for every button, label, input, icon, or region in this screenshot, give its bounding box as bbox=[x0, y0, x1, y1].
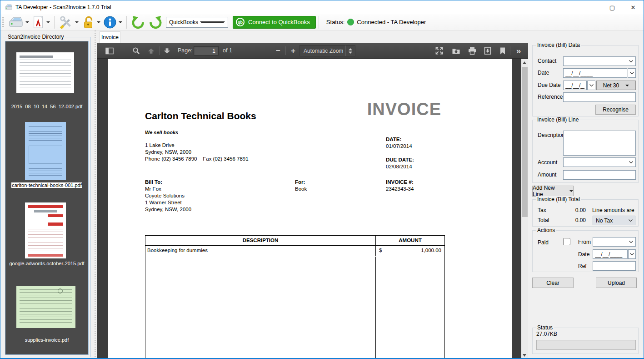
file-name[interactable]: supplies-invoice.pdf bbox=[5, 337, 88, 343]
open-folder-icon bbox=[452, 47, 460, 55]
sidebar-toggle-icon bbox=[105, 47, 114, 55]
connection-status-icon bbox=[347, 19, 354, 25]
previous-page-button[interactable] bbox=[145, 45, 157, 56]
undo-button[interactable] bbox=[130, 15, 146, 30]
redo-icon bbox=[148, 15, 163, 29]
scan-dropdown-arrow[interactable] bbox=[25, 21, 29, 23]
description-label: Description bbox=[538, 132, 565, 138]
clear-button[interactable]: Clear bbox=[532, 278, 574, 288]
status-label: Status: bbox=[326, 19, 344, 25]
open-file-button[interactable] bbox=[450, 45, 462, 56]
minimize-button[interactable]: – bbox=[581, 0, 602, 14]
group-title: Invoice (Bill) Data bbox=[536, 42, 581, 48]
tab-invoice[interactable]: Invoice bbox=[100, 31, 120, 43]
quickbooks-select[interactable]: QuickBooks bbox=[166, 17, 228, 28]
file-name-selected[interactable]: carlton-technical-books-001.pdf bbox=[5, 182, 88, 188]
find-button[interactable] bbox=[130, 45, 142, 56]
ref-label: Ref bbox=[578, 263, 587, 269]
sidebar-toggle-button[interactable] bbox=[104, 45, 115, 56]
info-button[interactable] bbox=[102, 15, 123, 30]
vertical-scrollbar[interactable] bbox=[521, 59, 528, 359]
account-select[interactable] bbox=[563, 157, 636, 167]
payment-date-input[interactable] bbox=[593, 249, 628, 259]
dropdown-arrow-icon bbox=[625, 85, 629, 86]
pdf-button[interactable] bbox=[31, 15, 51, 30]
file-name[interactable]: google-adwords-october-2015.pdf bbox=[5, 261, 88, 266]
directory-groupbox: Scan2Invoice Directory 2015_08_10_14_56_… bbox=[3, 37, 91, 357]
amount-input[interactable] bbox=[563, 170, 636, 180]
redo-button[interactable] bbox=[147, 15, 164, 30]
reference-input[interactable] bbox=[563, 92, 636, 102]
page-number-input[interactable] bbox=[194, 46, 219, 56]
print-button[interactable] bbox=[466, 45, 478, 56]
payment-date-picker-button[interactable] bbox=[628, 249, 636, 259]
scanner-icon bbox=[8, 15, 24, 29]
close-button[interactable]: ✕ bbox=[623, 0, 644, 14]
total-label: Total bbox=[538, 217, 549, 223]
payment-date-label: Date bbox=[578, 251, 589, 258]
upload-button[interactable]: Upload bbox=[596, 278, 637, 288]
directory-title: Scan2Invoice Directory bbox=[6, 34, 65, 40]
group-title: Invoice (Bill) Total bbox=[536, 196, 581, 202]
date-input[interactable] bbox=[563, 68, 627, 78]
description-textarea[interactable] bbox=[563, 131, 636, 156]
scroll-up-icon[interactable] bbox=[523, 61, 526, 64]
connect-button-label: Connect to QuickBooks bbox=[248, 19, 310, 25]
next-page-button[interactable] bbox=[161, 45, 173, 56]
bookmark-button[interactable] bbox=[497, 45, 509, 56]
file-thumbnail-selected[interactable] bbox=[25, 122, 66, 180]
chevron-down-icon bbox=[629, 219, 633, 222]
page-count-label: of 1 bbox=[223, 47, 232, 54]
lock-open-icon bbox=[81, 15, 95, 29]
tax-mode-select[interactable]: No Tax bbox=[593, 216, 635, 225]
ref-input[interactable] bbox=[593, 261, 636, 271]
invoice-form-panel: Invoice (Bill) Data Contact Date Due Dat… bbox=[528, 30, 644, 359]
arrow-up-icon bbox=[148, 48, 155, 54]
date-picker-button[interactable] bbox=[628, 68, 636, 78]
paid-checkbox[interactable] bbox=[563, 238, 570, 245]
due-date-picker-button[interactable] bbox=[587, 81, 595, 90]
tools-button[interactable] bbox=[58, 15, 80, 30]
presentation-mode-button[interactable] bbox=[433, 45, 445, 56]
sidebar-splitter[interactable] bbox=[93, 30, 97, 359]
connect-to-quickbooks-button[interactable]: qb Connect to QuickBooks bbox=[233, 16, 316, 29]
bookmark-icon bbox=[500, 47, 505, 55]
scroll-down-icon[interactable] bbox=[523, 354, 526, 357]
lock-button[interactable] bbox=[80, 15, 101, 30]
zoom-select-arrows-icon bbox=[345, 46, 355, 56]
dropdown-arrow-icon bbox=[569, 190, 573, 192]
printer-icon bbox=[468, 47, 476, 55]
chevron-down-icon bbox=[629, 60, 633, 62]
doc-invoice-heading: INVOICE bbox=[367, 106, 441, 113]
file-thumbnail[interactable] bbox=[16, 52, 74, 93]
invoice-document-page: Carlton Technical Books We sell books 1 … bbox=[108, 59, 512, 359]
scan-button[interactable] bbox=[7, 15, 30, 30]
due-date-input[interactable] bbox=[563, 81, 587, 90]
file-thumbnail[interactable] bbox=[16, 286, 75, 328]
download-button[interactable] bbox=[482, 45, 494, 56]
maximize-button[interactable]: ▢ bbox=[602, 0, 623, 14]
file-thumbnail[interactable] bbox=[25, 202, 66, 258]
file-list[interactable]: 2015_08_10_14_56_12-002.pdf carlton-tech… bbox=[5, 41, 89, 355]
contact-select[interactable] bbox=[563, 56, 636, 66]
terms-select[interactable]: Net 30 bbox=[596, 81, 636, 90]
add-new-line-button[interactable]: Add New Line bbox=[532, 186, 574, 197]
lock-dropdown-arrow[interactable] bbox=[97, 21, 100, 23]
toolbar-separator bbox=[54, 16, 55, 29]
paid-label: Paid bbox=[538, 239, 549, 246]
zoom-out-button[interactable]: − bbox=[272, 45, 284, 56]
zoom-select[interactable]: Automatic Zoom bbox=[300, 45, 355, 56]
more-tools-button[interactable]: » bbox=[513, 45, 524, 56]
zoom-in-button[interactable]: + bbox=[287, 45, 299, 56]
info-dropdown-arrow[interactable] bbox=[119, 21, 122, 23]
doc-bill-to: Bill To: Mr Fox Coyote Solutions 1 Warne… bbox=[145, 179, 191, 213]
zoom-select-value: Automatic Zoom bbox=[304, 48, 343, 54]
file-name[interactable]: 2015_08_10_14_56_12-002.pdf bbox=[5, 104, 88, 109]
from-select[interactable] bbox=[593, 237, 636, 247]
pdf-dropdown-arrow[interactable] bbox=[46, 21, 50, 23]
scrollbar-thumb[interactable] bbox=[522, 67, 528, 217]
recognise-button[interactable]: Recognise bbox=[595, 105, 636, 115]
tools-dropdown-arrow[interactable] bbox=[75, 21, 79, 23]
sidebar: Scan2Invoice Directory 2015_08_10_14_56_… bbox=[0, 30, 93, 359]
toolbar-grip[interactable] bbox=[2, 17, 4, 28]
